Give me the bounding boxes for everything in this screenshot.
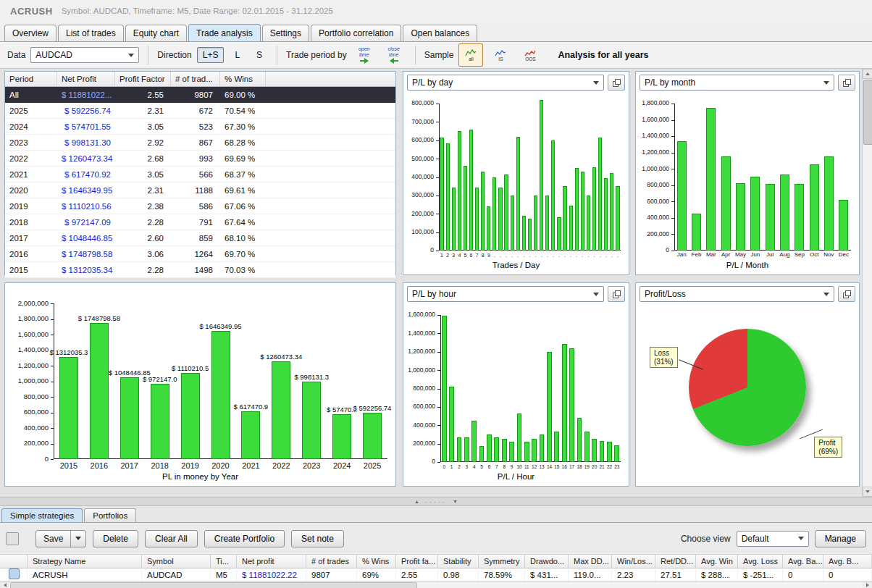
column-header[interactable]: Strategy Name [28,555,142,568]
set-note-button[interactable]: Set note [291,530,344,547]
scroll-right-button[interactable] [863,581,872,588]
period-row-2018[interactable]: 2018$ 972147.092.2879167.64 % [5,214,395,230]
bar-value-label: $ 592256.74 [332,404,412,412]
y-axis-label: 1,600,000 [7,331,49,338]
pie-chart-type-select[interactable]: Profit/Loss [640,286,834,302]
column-header[interactable]: Net Profit [57,72,115,86]
horizontal-splitter[interactable]: ▲ ····· ▼ [0,497,872,506]
column-header[interactable]: Net profit [237,555,306,568]
period-row-2016[interactable]: 2016$ 1748798.583.06126469.70 % [5,246,395,262]
y-axis-label: 400,000 [406,174,434,180]
tab-equity-chart[interactable]: Equity chart [125,25,187,41]
column-header[interactable]: Symbol [142,555,211,568]
column-header[interactable]: Avg. Win [696,555,738,568]
direction-short-button[interactable]: S [251,47,268,63]
horizontal-scrollbar[interactable] [0,581,872,588]
period-row-2021[interactable]: 2021$ 617470.923.0556668.37 % [5,167,395,182]
data-symbol-select[interactable]: AUDCAD [30,47,139,63]
tab-portfolio-correlation[interactable]: Portfolio correlation [311,25,401,41]
period-row-2022[interactable]: 2022$ 1260473.342.6899369.69 % [5,151,395,167]
period-row-2017[interactable]: 2017$ 1048446.852.6085968.10 % [5,230,395,246]
column-header[interactable]: Profit fa... [396,555,438,568]
column-header[interactable]: Stability [438,555,479,568]
vertical-scrollbar[interactable] [862,69,872,497]
clear-all-button[interactable]: Clear All [145,530,198,547]
tab-open-balances[interactable]: Open balances [403,25,477,41]
y-axis-tick [436,177,439,178]
tab-settings[interactable]: Settings [262,25,309,41]
y-axis-label: 1,000,000 [7,377,49,385]
period-row-2024[interactable]: 2024$ 574701.553.0552367.30 % [5,119,395,135]
column-header[interactable]: Period [5,72,57,86]
create-portfolio-button[interactable]: Create Portfolio [204,530,285,547]
sample-is-label: IS [498,57,503,62]
save-dropdown-arrow[interactable] [70,531,85,547]
cell: 68.28 % [220,138,266,147]
tab-trade-analysis[interactable]: Trade analysis [188,24,261,41]
period-row-2023[interactable]: 2023$ 998131.302.9286768.28 % [5,135,395,151]
popout-chart-button[interactable] [838,75,855,91]
column-header[interactable]: Profit Factor [115,72,171,86]
popout-chart-button[interactable] [608,286,625,302]
close-time-button[interactable]: close time [382,43,406,67]
bar [302,382,321,459]
sample-is-button[interactable]: IS [488,43,513,67]
row-checkbox[interactable] [9,568,20,579]
column-header[interactable]: # of trades [306,555,357,568]
column-header[interactable]: Avg. B... [823,555,872,568]
sample-all-button[interactable]: all [458,43,483,67]
manage-button[interactable]: Manage [815,530,866,547]
sample-oos-button[interactable]: OOS [518,43,542,67]
delete-button[interactable]: Delete [93,530,138,547]
column-header[interactable]: Avg. Ba... [783,555,823,568]
scroll-up-button[interactable] [863,69,872,79]
column-header[interactable]: Max DD... [569,555,612,568]
column-header[interactable]: Avg. Loss [738,555,783,568]
bar [440,138,443,251]
tab-overview[interactable]: Overview [4,25,56,41]
open-time-button[interactable]: open time [352,43,377,67]
period-table-header: PeriodNet ProfitProfit Factor# of trad..… [5,72,395,87]
period-row-2019[interactable]: 2019$ 1110210.562.3858667.06 % [5,198,395,214]
bar [581,172,584,251]
tab-portfolios[interactable]: Portfolios [84,508,136,522]
period-row-2015[interactable]: 2015$ 1312035.342.28149870.03 % [5,262,395,278]
column-header[interactable]: Drawdo... [525,555,569,568]
period-row-All[interactable]: All$ 11881022...2.55980769.00 % [5,87,395,103]
tab-list-of-trades[interactable]: List of trades [58,25,124,41]
view-select[interactable]: Default [737,531,809,547]
save-button[interactable]: Save [35,530,86,547]
day-chart-type-select[interactable]: P/L by day [407,75,604,91]
pl-per-hour-chart: 0200,000400,000600,000800,0001,000,0001,… [406,305,626,471]
scrollbar-thumb[interactable] [10,582,417,588]
select-all-checkbox[interactable] [6,532,19,545]
y-axis-tick [437,370,440,371]
scrollbar-thumb[interactable] [863,80,872,145]
column-header[interactable]: % Wins [357,555,396,568]
column-header[interactable]: Ti... [211,555,237,568]
collapse-down-icon[interactable]: ▼ [453,499,458,504]
popout-chart-button[interactable] [838,286,855,302]
bar [90,323,109,459]
cell: 67.64 % [220,218,266,227]
period-row-2020[interactable]: 2020$ 1646349.952.31118869.61 % [5,182,395,198]
x-axis-label: 2025 [351,461,393,471]
scroll-down-button[interactable] [863,487,872,497]
column-header[interactable]: Ret/DD... [655,555,696,568]
hour-chart-type-select[interactable]: P/L by hour [407,286,604,302]
collapse-up-icon[interactable]: ▲ [414,499,419,504]
column-header[interactable]: % Wins [220,72,266,86]
column-header[interactable]: # of trad... [171,72,220,86]
direction-long-button[interactable]: L [229,47,246,63]
month-chart-type-select[interactable]: P/L by month [640,75,834,91]
scroll-left-button[interactable] [0,581,9,588]
period-row-2025[interactable]: 2025$ 592256.742.3167270.54 % [5,103,395,119]
direction-long-short-button[interactable]: L+S [197,47,225,63]
column-header[interactable]: Symmetry [479,555,525,568]
bar-value-label: $ 1260473.34 [241,353,321,361]
cell: 3.05 [115,170,171,179]
popout-chart-button[interactable] [608,75,625,91]
day-chart-type-value: P/L by day [412,77,453,88]
column-header[interactable]: Win/Los... [612,555,655,568]
tab-simple-strategies[interactable]: Simple strategies [1,508,83,522]
